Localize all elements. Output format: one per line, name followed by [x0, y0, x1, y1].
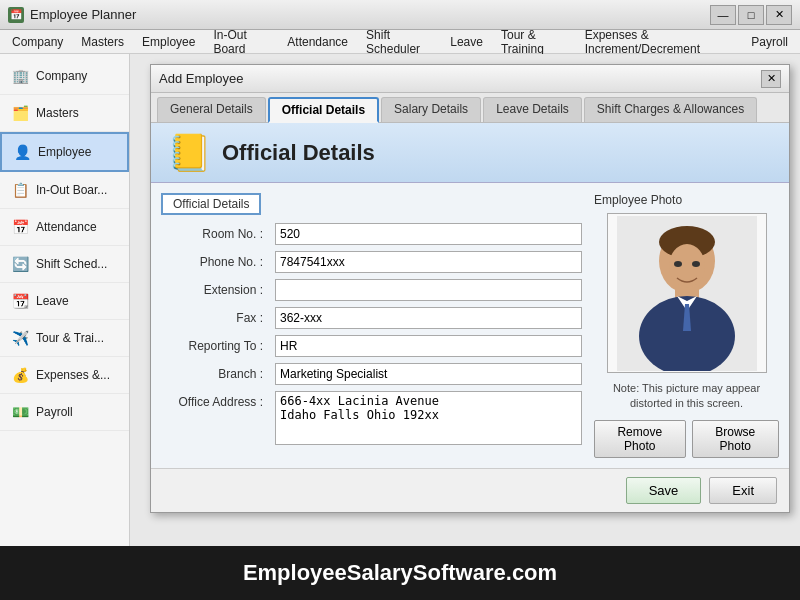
main-area: 🏢 Company 🗂️ Masters 👤 Employee 📋 In-Out…: [0, 54, 800, 546]
menu-expenses[interactable]: Expenses & Increment/Decrement: [577, 26, 742, 58]
close-button[interactable]: ✕: [766, 5, 792, 25]
expenses-icon: 💰: [10, 365, 30, 385]
label-room-no: Room No. :: [161, 223, 271, 241]
sidebar-label-attendance: Attendance: [36, 220, 97, 234]
tab-leave[interactable]: Leave Details: [483, 97, 582, 122]
sidebar-item-shift[interactable]: 🔄 Shift Sched...: [0, 246, 129, 283]
tabs-bar: General Details Official Details Salary …: [151, 93, 789, 123]
tab-general[interactable]: General Details: [157, 97, 266, 122]
minimize-button[interactable]: —: [710, 5, 736, 25]
input-room-no[interactable]: [275, 223, 582, 245]
label-fax: Fax :: [161, 307, 271, 325]
section-header: Official Details: [161, 193, 261, 215]
label-branch: Branch :: [161, 363, 271, 381]
dialog-title-bar: Add Employee ✕: [151, 65, 789, 93]
menu-leave[interactable]: Leave: [442, 33, 491, 51]
sidebar-label-shift: Shift Sched...: [36, 257, 107, 271]
sidebar-item-expenses[interactable]: 💰 Expenses &...: [0, 357, 129, 394]
attendance-icon: 📅: [10, 217, 30, 237]
form-grid: Room No. : Phone No. : Extension : Fax :…: [161, 223, 582, 445]
company-icon: 🏢: [10, 66, 30, 86]
menu-employee[interactable]: Employee: [134, 33, 203, 51]
inout-icon: 📋: [10, 180, 30, 200]
input-branch[interactable]: [275, 363, 582, 385]
sidebar-label-masters: Masters: [36, 106, 79, 120]
dialog-banner: 📒 Official Details: [151, 123, 789, 183]
browse-photo-button[interactable]: Browse Photo: [692, 420, 779, 458]
input-extension[interactable]: [275, 279, 582, 301]
photo-frame: [607, 213, 767, 373]
right-panel: Employee Photo: [594, 193, 779, 458]
banner-title: Official Details: [222, 140, 375, 166]
input-fax[interactable]: [275, 307, 582, 329]
sidebar-label-tour: Tour & Trai...: [36, 331, 104, 345]
leave-icon: 📆: [10, 291, 30, 311]
sidebar-item-company[interactable]: 🏢 Company: [0, 58, 129, 95]
sidebar: 🏢 Company 🗂️ Masters 👤 Employee 📋 In-Out…: [0, 54, 130, 546]
label-office-address: Office Address :: [161, 391, 271, 409]
employee-icon: 👤: [12, 142, 32, 162]
label-extension: Extension :: [161, 279, 271, 297]
tab-shift[interactable]: Shift Charges & Allowances: [584, 97, 757, 122]
dialog-footer: Save Exit: [151, 468, 789, 512]
left-panel: Official Details Room No. : Phone No. : …: [161, 193, 582, 458]
menu-attendance[interactable]: Attendance: [279, 33, 356, 51]
employee-photo: [617, 216, 757, 371]
svg-point-8: [674, 261, 682, 267]
photo-note: Note: This picture may appeardistorted i…: [613, 381, 760, 412]
sidebar-item-payroll[interactable]: 💵 Payroll: [0, 394, 129, 431]
menu-shift[interactable]: Shift Scheduler: [358, 26, 440, 58]
textarea-office-address[interactable]: 666-4xx Lacinia Avenue Idaho Falls Ohio …: [275, 391, 582, 445]
dialog-close-button[interactable]: ✕: [761, 70, 781, 88]
add-employee-dialog: Add Employee ✕ General Details Official …: [150, 64, 790, 513]
label-phone-no: Phone No. :: [161, 251, 271, 269]
sidebar-label-payroll: Payroll: [36, 405, 73, 419]
bottom-bar: EmployeeSalarySoftware.com: [0, 546, 800, 600]
label-reporting-to: Reporting To :: [161, 335, 271, 353]
tour-icon: ✈️: [10, 328, 30, 348]
exit-button[interactable]: Exit: [709, 477, 777, 504]
banner-icon: 📒: [167, 132, 212, 174]
sidebar-label-leave: Leave: [36, 294, 69, 308]
input-reporting-to[interactable]: [275, 335, 582, 357]
sidebar-item-attendance[interactable]: 📅 Attendance: [0, 209, 129, 246]
sidebar-label-inout: In-Out Boar...: [36, 183, 107, 197]
photo-label: Employee Photo: [594, 193, 682, 207]
sidebar-item-inout[interactable]: 📋 In-Out Boar...: [0, 172, 129, 209]
remove-photo-button[interactable]: Remove Photo: [594, 420, 686, 458]
menu-inout[interactable]: In-Out Board: [205, 26, 277, 58]
window-controls: — □ ✕: [710, 5, 792, 25]
menu-tour[interactable]: Tour & Training: [493, 26, 575, 58]
sidebar-item-tour[interactable]: ✈️ Tour & Trai...: [0, 320, 129, 357]
masters-icon: 🗂️: [10, 103, 30, 123]
dialog-content: Official Details Room No. : Phone No. : …: [151, 183, 789, 468]
sidebar-label-expenses: Expenses &...: [36, 368, 110, 382]
menu-company[interactable]: Company: [4, 33, 71, 51]
tab-official[interactable]: Official Details: [268, 97, 379, 123]
sidebar-item-leave[interactable]: 📆 Leave: [0, 283, 129, 320]
content-area: Add Employee ✕ General Details Official …: [130, 54, 800, 546]
menu-masters[interactable]: Masters: [73, 33, 132, 51]
menu-bar: Company Masters Employee In-Out Board At…: [0, 30, 800, 54]
payroll-icon: 💵: [10, 402, 30, 422]
sidebar-label-company: Company: [36, 69, 87, 83]
svg-point-9: [692, 261, 700, 267]
sidebar-label-employee: Employee: [38, 145, 91, 159]
app-icon: 📅: [8, 7, 24, 23]
shift-icon: 🔄: [10, 254, 30, 274]
dialog-title: Add Employee: [159, 71, 244, 86]
input-phone-no[interactable]: [275, 251, 582, 273]
sidebar-item-employee[interactable]: 👤 Employee: [0, 132, 129, 172]
menu-payroll[interactable]: Payroll: [743, 33, 796, 51]
save-button[interactable]: Save: [626, 477, 702, 504]
sidebar-item-masters[interactable]: 🗂️ Masters: [0, 95, 129, 132]
app-title: Employee Planner: [30, 7, 136, 22]
tab-salary[interactable]: Salary Details: [381, 97, 481, 122]
bottom-text: EmployeeSalarySoftware.com: [243, 560, 557, 586]
maximize-button[interactable]: □: [738, 5, 764, 25]
dialog-body: 📒 Official Details Official Details Room…: [151, 123, 789, 468]
photo-buttons: Remove Photo Browse Photo: [594, 420, 779, 458]
